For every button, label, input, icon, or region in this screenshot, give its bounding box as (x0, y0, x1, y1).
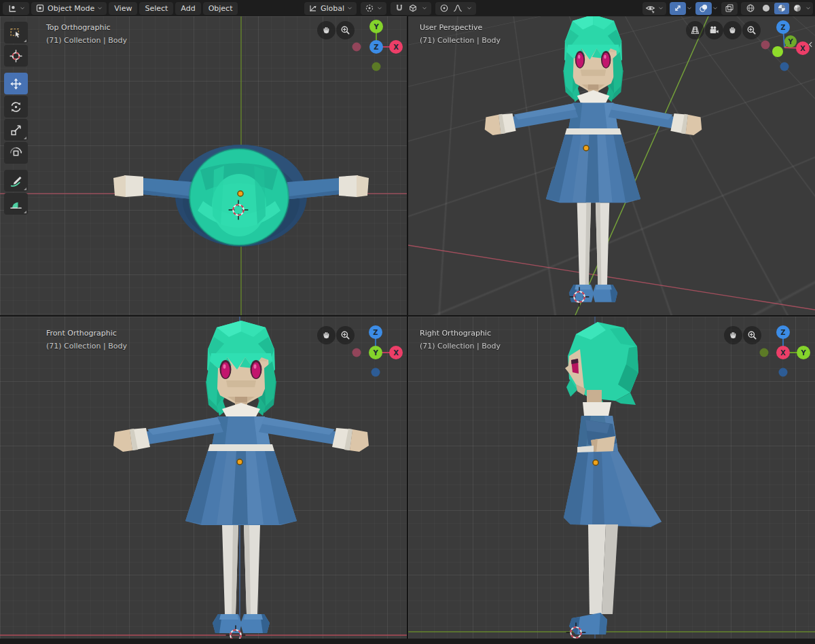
pan-view-button[interactable] (317, 326, 336, 344)
axis-ball-negative-z[interactable] (779, 368, 788, 377)
tool-select-box[interactable] (4, 22, 28, 43)
viewport-scene-front[interactable] (0, 317, 407, 639)
xray-icon (725, 3, 734, 13)
axis-ball-negative-y-front[interactable] (772, 46, 783, 57)
object-origin-dot (237, 459, 242, 465)
zoom-view-button[interactable] (742, 21, 761, 39)
editor-type-3d-viewport-icon (7, 3, 17, 14)
tool-transform[interactable] (4, 142, 28, 164)
navigation-axis-gizmo[interactable]: Z X Y (759, 325, 813, 382)
falloff-curve-icon (453, 3, 463, 13)
toggle-xray-button[interactable] (721, 2, 738, 15)
chevron-down-icon (467, 5, 472, 11)
chevron-down-icon[interactable] (805, 5, 811, 11)
viewport-scene-top[interactable] (0, 16, 407, 315)
viewport-title: User Perspective (420, 21, 501, 34)
shading-rendered-button[interactable] (790, 3, 805, 14)
menu-view[interactable]: View (109, 2, 137, 15)
viewport-title: Top Orthographic (46, 21, 127, 34)
character-model-front-view[interactable] (113, 321, 369, 633)
show-overlays-toggle[interactable] (695, 2, 712, 15)
shading-solid-button[interactable] (759, 3, 774, 14)
axis-ball-negative-z[interactable] (780, 62, 789, 71)
mode-label: Object Mode (48, 4, 94, 13)
axis-ball-negative-x[interactable] (352, 348, 361, 357)
axis-ball-negative-x[interactable] (352, 43, 361, 52)
mode-selector[interactable]: Object Mode (31, 2, 107, 15)
navigation-axis-gizmo[interactable]: Z Y X (759, 20, 813, 77)
svg-text:X: X (780, 349, 786, 357)
svg-text:Z: Z (374, 43, 378, 51)
pivot-point-icon (365, 3, 374, 13)
chevron-down-icon (347, 5, 352, 11)
viewport-scene-user[interactable] (408, 16, 815, 315)
axis-ball-negative-x[interactable] (761, 41, 770, 50)
show-gizmos-toggle[interactable] (670, 2, 686, 15)
object-visibility-selector[interactable] (642, 2, 666, 15)
tool-scale[interactable] (4, 119, 28, 141)
navigation-axis-gizmo[interactable]: Y Z X (350, 19, 405, 76)
pivot-point-selector[interactable] (361, 2, 386, 15)
rendered-sphere-icon (793, 3, 802, 13)
object-origin-dot (593, 460, 598, 465)
pan-view-button[interactable] (723, 21, 742, 39)
chevron-down-icon[interactable] (687, 5, 692, 11)
axis-ball-negative-y[interactable] (760, 348, 769, 357)
camera-view-button[interactable] (705, 21, 723, 39)
editor-type-selector[interactable] (3, 2, 29, 15)
quad-view-area: Top Orthographic (71) Collection | Body … (0, 16, 815, 639)
cursor-tool-icon (10, 50, 22, 62)
viewport-user-perspective[interactable]: User Perspective (71) Collection | Body … (408, 16, 815, 315)
transform-orientation-selector[interactable]: Global (304, 2, 357, 15)
pan-view-button[interactable] (724, 326, 742, 344)
chevron-down-icon[interactable] (712, 5, 718, 11)
gizmo-arrows-icon (673, 3, 683, 13)
scale-tool-icon (10, 124, 22, 137)
viewport-front-orthographic[interactable]: Front Orthographic (71) Collection | Bod… (0, 317, 407, 639)
toggle-perspective-button[interactable] (686, 21, 704, 39)
menu-select[interactable]: Select (139, 2, 173, 15)
solid-sphere-icon (761, 3, 771, 13)
tool-move[interactable] (4, 73, 28, 94)
viewport-title: Front Orthographic (46, 327, 127, 340)
viewport-label: User Perspective (71) Collection | Body (420, 21, 501, 47)
menu-object[interactable]: Object (203, 2, 238, 15)
snap-magnet-icon[interactable] (395, 3, 404, 13)
snapping-group[interactable] (391, 2, 431, 15)
shading-wireframe-button[interactable] (743, 3, 758, 14)
measure-tool-icon (10, 198, 22, 211)
annotate-tool-icon (10, 175, 22, 187)
viewport-label: Top Orthographic (71) Collection | Body (46, 21, 127, 47)
viewport-top-orthographic[interactable]: Top Orthographic (71) Collection | Body … (0, 16, 407, 315)
navigation-axis-gizmo[interactable]: Z Y X (350, 325, 405, 382)
rotate-tool-icon (10, 101, 22, 113)
tool-cursor[interactable] (4, 45, 28, 67)
axis-ball-negative-z[interactable] (372, 368, 380, 377)
tool-rotate[interactable] (4, 96, 28, 118)
move-tool-icon (10, 77, 22, 90)
svg-text:Y: Y (372, 349, 378, 357)
viewport-subtitle: (71) Collection | Body (46, 34, 127, 47)
chevron-left-icon (807, 41, 814, 48)
proportional-editing-group[interactable] (435, 2, 476, 15)
shading-material-preview-button[interactable] (774, 3, 789, 14)
viewport-right-orthographic[interactable]: Right Orthographic (71) Collection | Bod… (408, 317, 815, 639)
proportional-editing-icon[interactable] (439, 3, 449, 13)
object-visibility-eye-icon (645, 3, 655, 14)
tool-measure[interactable] (4, 193, 28, 215)
character-model-perspective-view[interactable] (485, 16, 702, 302)
viewport-subtitle: (71) Collection | Body (420, 340, 501, 353)
svg-text:X: X (393, 43, 399, 51)
object-origin-dot (583, 145, 589, 151)
chevron-down-icon (97, 5, 103, 11)
axis-ball-negative-y[interactable] (372, 62, 381, 71)
menu-add[interactable]: Add (175, 2, 200, 15)
pan-view-button[interactable] (317, 21, 336, 39)
svg-text:X: X (800, 45, 805, 52)
character-model-side-view[interactable] (564, 322, 662, 634)
viewport-scene-right[interactable] (408, 317, 815, 639)
sidebar-collapse-arrow[interactable] (806, 37, 814, 52)
viewport-shading-group (741, 2, 813, 15)
orientation-global-icon (308, 3, 318, 13)
tool-annotate[interactable] (4, 170, 28, 192)
